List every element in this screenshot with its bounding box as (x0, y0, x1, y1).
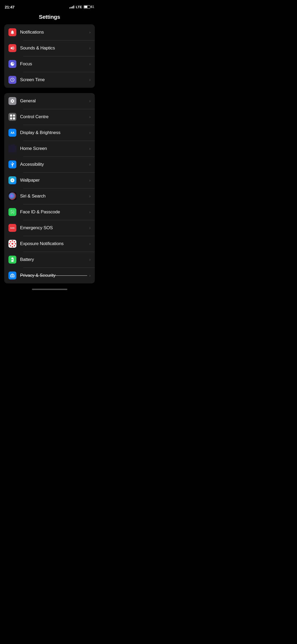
settings-row-battery[interactable]: Battery › (4, 252, 95, 268)
home-screen-chevron: › (89, 146, 91, 151)
emergency-sos-icon: SOS (8, 224, 16, 232)
settings-row-exposure[interactable]: Exposure Notifications › (4, 236, 95, 252)
wallpaper-label: Wallpaper (20, 178, 87, 183)
signal-bar-1 (69, 7, 70, 8)
notifications-icon (8, 28, 16, 36)
control-centre-label: Control Centre (20, 114, 87, 119)
settings-group-2: General › Control Centre › AA Display & … (4, 93, 95, 283)
settings-row-focus[interactable]: Focus › (4, 56, 95, 72)
privacy-chevron: › (89, 273, 91, 278)
settings-group-1: Notifications › Sounds & Haptics › Focus… (4, 24, 95, 88)
status-right: LTE 61 (69, 5, 94, 9)
exposure-icon (8, 240, 16, 248)
settings-row-control-centre[interactable]: Control Centre › (4, 109, 95, 125)
settings-row-home-screen[interactable]: Home Screen › (4, 141, 95, 157)
focus-chevron: › (89, 62, 91, 66)
svg-point-0 (12, 162, 13, 163)
svg-point-7 (10, 245, 11, 246)
battery-chevron: › (89, 257, 91, 262)
settings-row-screen-time[interactable]: Screen Time › (4, 72, 95, 88)
svg-point-5 (14, 245, 15, 246)
sounds-haptics-chevron: › (89, 46, 91, 50)
accessibility-label: Accessibility (20, 162, 87, 167)
settings-row-display-brightness[interactable]: AA Display & Brightness › (4, 125, 95, 141)
accessibility-chevron: › (89, 162, 91, 167)
emergency-sos-label: Emergency SOS (20, 225, 87, 231)
battery-label: Battery (20, 257, 87, 262)
screen-time-icon (8, 76, 16, 84)
notifications-chevron: › (89, 30, 91, 34)
settings-row-general[interactable]: General › (4, 93, 95, 109)
svg-point-9 (10, 241, 11, 242)
svg-point-10 (12, 243, 13, 245)
accessibility-icon (8, 160, 16, 168)
siri-search-icon (8, 192, 16, 200)
battery-settings-icon (8, 256, 16, 264)
notifications-label: Notifications (20, 30, 87, 35)
battery-indicator: 61 (84, 5, 94, 9)
focus-icon (8, 60, 16, 68)
settings-row-emergency-sos[interactable]: SOS Emergency SOS › (4, 220, 95, 236)
status-time: 21:47 (5, 5, 15, 9)
settings-row-face-id[interactable]: Face ID & Passcode › (4, 204, 95, 220)
siri-search-chevron: › (89, 194, 91, 198)
signal-bars-icon (69, 5, 74, 8)
home-screen-label: Home Screen (20, 146, 87, 151)
sounds-haptics-label: Sounds & Haptics (20, 45, 87, 51)
wallpaper-chevron: › (89, 178, 91, 182)
page-title: Settings (0, 12, 99, 24)
settings-row-accessibility[interactable]: Accessibility › (4, 157, 95, 172)
emergency-sos-chevron: › (89, 226, 91, 230)
battery-icon (84, 5, 90, 9)
status-bar: 21:47 LTE 61 (0, 0, 99, 12)
settings-row-sounds-haptics[interactable]: Sounds & Haptics › (4, 40, 95, 56)
svg-point-8 (9, 243, 10, 245)
display-brightness-label: Display & Brightness (20, 130, 87, 135)
face-id-label: Face ID & Passcode (20, 209, 87, 215)
general-label: General (20, 98, 87, 104)
signal-bar-4 (73, 6, 74, 8)
battery-fill (84, 6, 87, 8)
svg-point-6 (12, 246, 13, 247)
privacy-icon (8, 272, 16, 279)
settings-row-privacy[interactable]: Privacy & Security › (4, 268, 95, 283)
screen-time-label: Screen Time (20, 77, 87, 82)
privacy-label: Privacy & Security (20, 273, 87, 278)
svg-point-3 (14, 241, 15, 242)
display-brightness-chevron: › (89, 131, 91, 135)
focus-label: Focus (20, 61, 87, 67)
exposure-chevron: › (89, 242, 91, 246)
home-screen-icon (8, 145, 16, 153)
screen-time-chevron: › (89, 78, 91, 82)
face-id-chevron: › (89, 210, 91, 214)
wallpaper-icon (8, 176, 16, 184)
face-id-icon (8, 208, 16, 216)
general-icon (8, 97, 16, 105)
svg-point-2 (12, 240, 13, 242)
control-centre-icon (8, 113, 16, 121)
signal-bar-3 (72, 6, 73, 8)
home-indicator (32, 289, 67, 290)
sounds-haptics-icon (8, 44, 16, 52)
siri-search-label: Siri & Search (20, 194, 87, 199)
settings-row-siri-search[interactable]: Siri & Search › (4, 188, 95, 204)
battery-percent: 61 (91, 5, 94, 9)
control-centre-chevron: › (89, 115, 91, 119)
settings-row-wallpaper[interactable]: Wallpaper › (4, 172, 95, 188)
signal-bar-2 (71, 7, 72, 8)
general-chevron: › (89, 99, 91, 103)
settings-row-notifications[interactable]: Notifications › (4, 24, 95, 40)
svg-point-4 (15, 243, 16, 245)
exposure-label: Exposure Notifications (20, 241, 87, 246)
display-brightness-icon: AA (8, 129, 16, 137)
lte-indicator: LTE (76, 5, 82, 9)
